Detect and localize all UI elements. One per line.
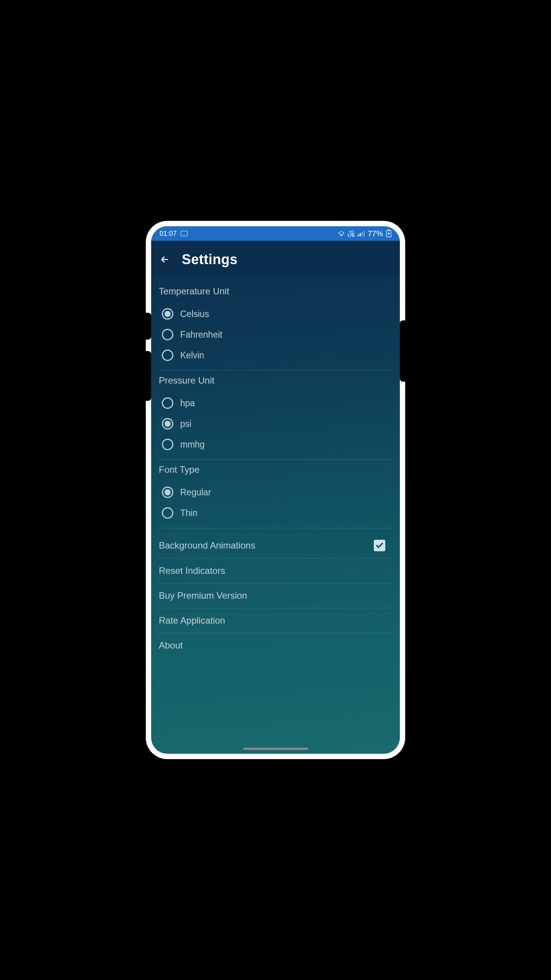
svg-point-0 [341,235,342,236]
action-label: Rate Application [159,615,225,626]
row-buy-premium[interactable]: Buy Premium Version [159,583,392,608]
content-scroll[interactable]: Temperature Unit Celsius Fahrenheit Kelv… [151,276,400,754]
row-about[interactable]: About [159,633,392,658]
radio-option-thin[interactable]: Thin [159,503,392,523]
radio-option-mmhg[interactable]: mmhg [159,434,392,455]
radio-icon [162,418,173,430]
radio-icon [162,397,173,409]
radio-icon [162,439,173,450]
radio-icon [162,487,173,498]
back-arrow-icon[interactable] [160,255,170,265]
radio-option-fahrenheit[interactable]: Fahrenheit [159,324,392,345]
radio-label: psi [180,419,191,429]
action-label: Reset Indicators [159,565,225,576]
row-background-animations[interactable]: Background Animations [159,533,392,558]
phone-button-decor [146,313,151,340]
page-title: Settings [182,252,238,268]
phone-button-decor [146,351,151,401]
radio-icon [162,308,173,320]
radio-label: Regular [180,487,211,498]
section-title-pressure: Pressure Unit [159,375,392,386]
svg-rect-1 [358,235,359,236]
divider [159,459,392,460]
checkbox-icon[interactable] [374,540,385,551]
radio-option-psi[interactable]: psi [159,413,392,434]
battery-charging-icon [386,230,391,237]
svg-rect-2 [360,233,361,236]
svg-rect-4 [364,231,365,236]
home-indicator[interactable] [243,748,308,750]
radio-label: Celsius [180,309,209,319]
radio-option-celsius[interactable]: Celsius [159,304,392,324]
radio-label: hpa [180,398,195,408]
svg-rect-3 [362,232,363,236]
radio-label: mmhg [180,439,205,450]
phone-frame: 01:07 Vo) LTE 77% [146,221,405,759]
row-reset-indicators[interactable]: Reset Indicators [159,559,392,583]
radio-icon [162,329,173,340]
divider [159,370,392,371]
status-left: 01:07 [160,230,187,238]
volte-icon: Vo) LTE [348,230,355,237]
radio-icon [162,350,173,361]
status-time: 01:07 [160,230,177,238]
wifi-icon [338,231,345,236]
action-label: Buy Premium Version [159,590,247,601]
status-bar: 01:07 Vo) LTE 77% [151,226,400,241]
phone-button-decor [400,320,405,382]
divider [159,528,392,528]
radio-label: Fahrenheit [180,330,222,340]
radio-option-hpa[interactable]: hpa [159,393,392,413]
svg-rect-6 [388,230,390,230]
row-rate-application[interactable]: Rate Application [159,608,392,633]
action-label: Background Animations [159,540,255,551]
screen: 01:07 Vo) LTE 77% [151,226,400,754]
radio-label: Thin [180,508,197,518]
action-label: About [159,640,183,651]
signal-icon [358,231,365,236]
radio-option-regular[interactable]: Regular [159,482,392,503]
battery-percentage: 77% [368,229,383,238]
section-title-temperature: Temperature Unit [159,286,392,297]
section-title-font: Font Type [159,464,392,475]
status-right: Vo) LTE 77% [338,229,391,238]
radio-label: Kelvin [180,350,204,361]
title-bar: Settings [151,241,400,276]
picture-icon [181,231,187,236]
radio-icon [162,507,173,519]
radio-option-kelvin[interactable]: Kelvin [159,345,392,366]
